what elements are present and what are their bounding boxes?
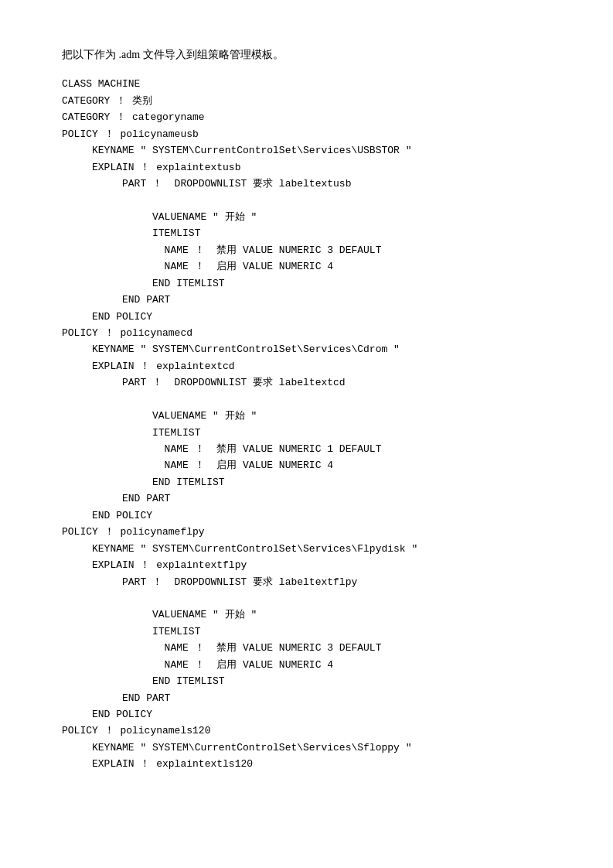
intro-text: 把以下作为 .adm 文件导入到组策略管理模板。	[62, 46, 551, 63]
code-block: CLASS MACHINE CATEGORY ！ 类别 CATEGORY ！ c…	[62, 76, 551, 772]
